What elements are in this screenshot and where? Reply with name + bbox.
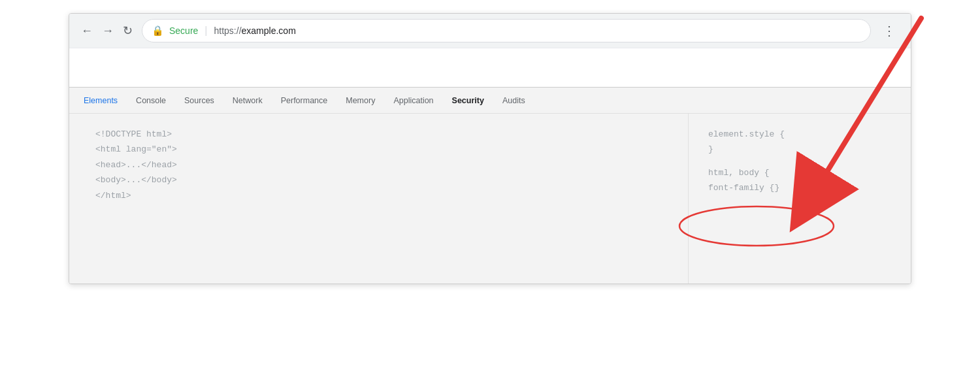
html-line: <head>...</head> <box>95 157 662 172</box>
html-line: </html> <box>95 188 662 203</box>
tab-sources[interactable]: Sources <box>175 88 223 114</box>
style-content: font-family {} <box>708 180 891 195</box>
back-button[interactable]: ← <box>78 22 95 39</box>
style-block-element: element.style { } <box>708 127 891 157</box>
tab-network[interactable]: Network <box>223 88 272 114</box>
tab-application[interactable]: Application <box>384 88 442 114</box>
tab-audits[interactable]: Audits <box>493 88 534 114</box>
devtools-body: <!DOCTYPE html> <html lang="en"> <head>.… <box>69 114 911 284</box>
style-selector: html, body { <box>708 165 891 180</box>
address-bar[interactable]: 🔒 Secure | https://example.com <box>142 19 871 42</box>
reload-button[interactable]: ↻ <box>120 22 135 39</box>
tab-performance[interactable]: Performance <box>272 88 337 114</box>
html-line: <!DOCTYPE html> <box>95 127 662 142</box>
tab-memory[interactable]: Memory <box>336 88 384 114</box>
secure-label: Secure <box>169 25 198 36</box>
tab-console[interactable]: Console <box>127 88 175 114</box>
style-block-html-body: html, body { font-family {} <box>708 165 891 196</box>
page-content-area <box>69 48 911 87</box>
nav-buttons: ← → ↻ <box>78 22 135 39</box>
styles-panel: element.style { } html, body { font-fami… <box>689 114 911 284</box>
html-panel: <!DOCTYPE html> <html lang="en"> <head>.… <box>69 114 689 284</box>
browser-toolbar: ← → ↻ 🔒 Secure | https://example.com ⋮ <box>69 14 911 48</box>
browser-window: ← → ↻ 🔒 Secure | https://example.com ⋮ E… <box>69 13 911 284</box>
menu-button[interactable]: ⋮ <box>877 22 902 40</box>
tab-security[interactable]: Security <box>443 88 493 114</box>
html-line: <body>...</body> <box>95 172 662 188</box>
url-domain: example.com <box>242 25 296 36</box>
tab-elements[interactable]: Elements <box>74 88 127 114</box>
devtools-panel: Elements Console Sources Network Perform… <box>69 87 911 284</box>
devtools-tab-bar: Elements Console Sources Network Perform… <box>69 88 911 114</box>
html-line: <html lang="en"> <box>95 142 662 157</box>
url-prefix: https://example.com <box>214 25 296 36</box>
forward-button[interactable]: → <box>99 22 116 39</box>
style-content: } <box>708 142 891 157</box>
lock-icon: 🔒 <box>152 25 164 37</box>
style-selector: element.style { <box>708 127 891 142</box>
address-separator: | <box>204 25 207 37</box>
